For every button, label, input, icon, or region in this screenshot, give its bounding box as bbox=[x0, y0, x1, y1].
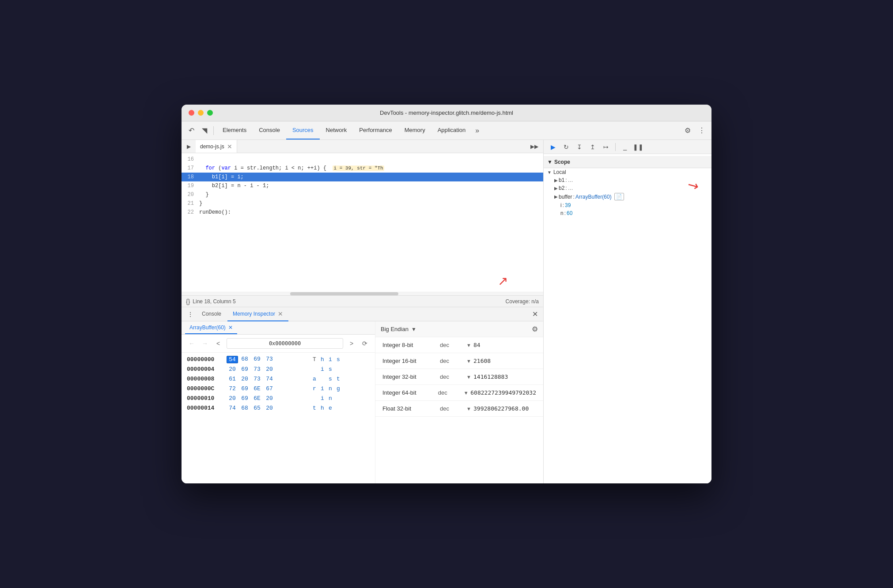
hex-byte-20[interactable]: 61 bbox=[227, 376, 238, 382]
hex-byte-41[interactable]: 69 bbox=[239, 395, 250, 402]
hex-char-h2[interactable]: h bbox=[319, 405, 325, 411]
hex-char-t2[interactable]: t bbox=[311, 405, 318, 411]
hex-char-h[interactable]: h bbox=[319, 356, 325, 363]
scope-item-i[interactable]: i : 39 bbox=[544, 201, 711, 209]
settings-icon[interactable]: ⚙ bbox=[681, 124, 694, 137]
scope-local-section[interactable]: ▼ Local bbox=[544, 168, 711, 176]
inspector-settings-icon[interactable]: ⚙ bbox=[532, 325, 538, 333]
hex-byte-40[interactable]: 20 bbox=[227, 395, 238, 402]
hex-byte-02[interactable]: 69 bbox=[251, 356, 263, 363]
scrollbar-thumb[interactable] bbox=[290, 292, 399, 295]
more-options-icon[interactable]: ⋮ bbox=[696, 124, 708, 137]
hex-byte-11[interactable]: 69 bbox=[239, 366, 250, 373]
tab-network[interactable]: Network bbox=[320, 121, 353, 139]
hex-char-s2[interactable]: s bbox=[327, 376, 333, 382]
cursor-icon[interactable]: ↶ bbox=[185, 124, 197, 137]
hex-byte-43[interactable]: 20 bbox=[264, 395, 275, 402]
tab-memory[interactable]: Memory bbox=[398, 121, 431, 139]
hex-byte-52[interactable]: 65 bbox=[251, 405, 263, 411]
step-out-button[interactable]: ↥ bbox=[587, 141, 598, 153]
hex-char-i0[interactable]: i bbox=[327, 356, 333, 363]
nav-next-button[interactable]: > bbox=[347, 339, 356, 348]
fullscreen-button[interactable] bbox=[207, 110, 213, 116]
hex-char-sp3[interactable] bbox=[319, 376, 325, 382]
close-bottom-panel[interactable]: ✕ bbox=[530, 308, 540, 320]
resume-button[interactable]: ▶ bbox=[547, 141, 559, 153]
hex-byte-13[interactable]: 20 bbox=[264, 366, 275, 373]
hex-byte-01[interactable]: 68 bbox=[239, 356, 250, 363]
nav-back-button[interactable]: ← bbox=[187, 339, 197, 348]
close-arraybuffer-tab[interactable]: ✕ bbox=[228, 324, 233, 331]
hex-char-i3[interactable]: i bbox=[319, 395, 325, 402]
format-icon[interactable]: {} bbox=[186, 298, 190, 305]
tab-sources[interactable]: Sources bbox=[286, 121, 320, 139]
source-file-tab[interactable]: demo-js.js ✕ bbox=[196, 140, 237, 153]
step-over-button[interactable]: ↻ bbox=[560, 141, 572, 153]
hex-byte-03[interactable]: 73 bbox=[264, 356, 275, 363]
tab-elements[interactable]: Elements bbox=[216, 121, 253, 139]
tab-memory-inspector[interactable]: Memory Inspector ✕ bbox=[227, 307, 288, 321]
hex-char-g[interactable]: g bbox=[335, 385, 341, 392]
hex-char-e[interactable]: e bbox=[327, 405, 333, 411]
hex-byte-10[interactable]: 20 bbox=[227, 366, 238, 373]
hex-char-i1[interactable]: i bbox=[319, 366, 325, 373]
hex-byte-50[interactable]: 74 bbox=[227, 405, 238, 411]
close-source-tab[interactable]: ✕ bbox=[227, 143, 232, 150]
tab-console-bottom[interactable]: Console bbox=[197, 307, 227, 321]
step-button[interactable]: ↦ bbox=[600, 141, 612, 153]
device-icon[interactable]: ◥ bbox=[198, 124, 211, 137]
close-memory-inspector-tab[interactable]: ✕ bbox=[278, 310, 283, 317]
hex-char-sp1[interactable] bbox=[311, 366, 318, 373]
hex-byte-23[interactable]: 74 bbox=[264, 376, 275, 382]
float32-dropdown-arrow[interactable]: ▼ bbox=[466, 406, 473, 411]
nav-forward-button[interactable]: → bbox=[200, 339, 210, 348]
hex-byte-00[interactable]: 54 bbox=[227, 356, 238, 363]
refresh-button[interactable]: ⟳ bbox=[360, 339, 370, 348]
hex-char-T[interactable]: T bbox=[311, 356, 318, 363]
pause-exceptions-button[interactable]: ❚❚ bbox=[632, 141, 644, 153]
hex-byte-12[interactable]: 73 bbox=[251, 366, 263, 373]
hex-byte-51[interactable]: 68 bbox=[239, 405, 250, 411]
hex-char-sp2[interactable] bbox=[335, 366, 341, 373]
hex-byte-42[interactable]: 6E bbox=[251, 395, 263, 402]
hex-char-n2[interactable]: n bbox=[327, 395, 333, 402]
hex-char-a[interactable]: a bbox=[311, 376, 318, 382]
format-source-icon[interactable]: ▶▶ bbox=[529, 141, 540, 152]
deactivate-breakpoints-button[interactable]: ⎯ bbox=[619, 141, 631, 153]
scope-item-n[interactable]: n : 60 bbox=[544, 209, 711, 217]
endian-dropdown-arrow[interactable]: ▼ bbox=[411, 326, 416, 332]
tab-performance[interactable]: Performance bbox=[353, 121, 398, 139]
address-input[interactable] bbox=[227, 338, 343, 349]
hex-char-n[interactable]: n bbox=[327, 385, 333, 392]
endian-selector[interactable]: Big Endian ▼ bbox=[381, 326, 416, 332]
hex-byte-31[interactable]: 69 bbox=[239, 385, 250, 392]
hex-byte-32[interactable]: 6E bbox=[251, 385, 263, 392]
hex-byte-21[interactable]: 20 bbox=[239, 376, 250, 382]
minimize-button[interactable] bbox=[198, 110, 204, 116]
hex-byte-22[interactable]: 73 bbox=[251, 376, 263, 382]
hex-byte-53[interactable]: 20 bbox=[264, 405, 275, 411]
bottom-tab-menu-icon[interactable]: ⋮ bbox=[185, 309, 196, 320]
hex-byte-30[interactable]: 72 bbox=[227, 385, 238, 392]
hex-char-t[interactable]: t bbox=[335, 376, 341, 382]
hex-char-sp4[interactable] bbox=[311, 395, 318, 402]
nav-prev-button[interactable]: < bbox=[213, 339, 223, 348]
hex-char-s0[interactable]: s bbox=[335, 356, 341, 363]
hex-char-sp6[interactable] bbox=[335, 405, 341, 411]
more-tabs-button[interactable]: » bbox=[472, 121, 483, 139]
hex-char-i2[interactable]: i bbox=[319, 385, 325, 392]
tab-console[interactable]: Console bbox=[253, 121, 286, 139]
tab-application[interactable]: Application bbox=[431, 121, 472, 139]
scope-item-buffer[interactable]: ▶ buffer : ArrayBuffer(60) 📄 bbox=[544, 192, 711, 201]
step-into-button[interactable]: ↧ bbox=[574, 141, 585, 153]
arraybuffer-tab[interactable]: ArrayBuffer(60) ✕ bbox=[185, 321, 237, 334]
hex-char-s1[interactable]: s bbox=[327, 366, 333, 373]
close-button[interactable] bbox=[189, 110, 194, 116]
int16-dropdown-arrow[interactable]: ▼ bbox=[466, 358, 473, 364]
file-navigator-toggle[interactable]: ▶ bbox=[183, 141, 194, 152]
hex-byte-33[interactable]: 67 bbox=[264, 385, 275, 392]
memory-inspector-open-icon[interactable]: 📄 bbox=[614, 193, 624, 200]
int32-dropdown-arrow[interactable]: ▼ bbox=[466, 374, 473, 380]
hex-char-sp5[interactable] bbox=[335, 395, 341, 402]
int64-dropdown-arrow[interactable]: ▼ bbox=[464, 390, 470, 396]
